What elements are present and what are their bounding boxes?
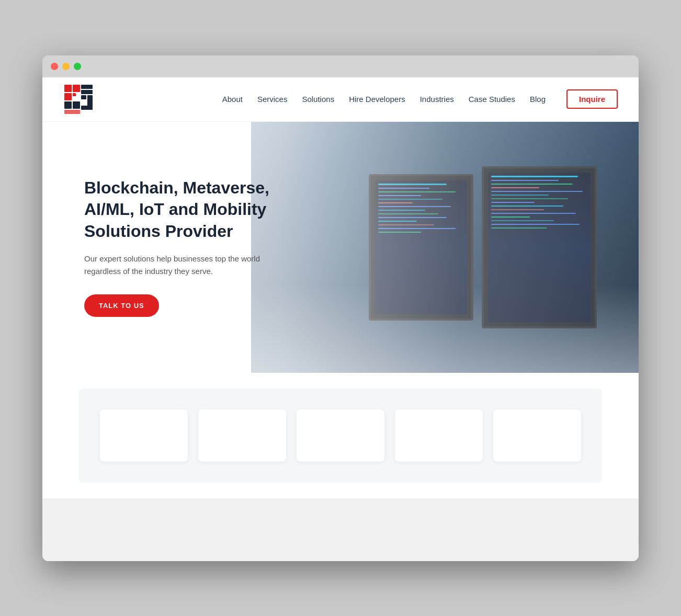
hero-content: Blockchain, Metaverse, AI/ML, IoT and Mo… (42, 146, 335, 349)
hero-subtext: Our expert solutions help businesses top… (84, 253, 283, 278)
svg-rect-2 (64, 93, 72, 100)
svg-rect-8 (81, 95, 86, 99)
talk-to-us-button[interactable]: TALK TO US (84, 294, 159, 317)
nav-link-blog[interactable]: Blog (530, 95, 546, 104)
maximize-button[interactable] (74, 63, 81, 70)
nav-link-solutions[interactable]: Solutions (302, 95, 334, 104)
svg-rect-6 (81, 85, 93, 89)
inquire-button[interactable]: Inquire (566, 89, 618, 109)
nav-link-industries[interactable]: Industries (420, 95, 454, 104)
svg-rect-3 (73, 93, 76, 96)
below-hero-section (42, 373, 639, 498)
browser-content: About Services Solutions Hire Developers… (42, 77, 639, 561)
nav-item-blog[interactable]: Blog (530, 95, 546, 104)
hero-section: Blockchain, Metaverse, AI/ML, IoT and Mo… (42, 122, 639, 373)
nav-link-services[interactable]: Services (257, 95, 288, 104)
nav-item-industries[interactable]: Industries (420, 95, 454, 104)
nav-link-case-studies[interactable]: Case Studies (469, 95, 515, 104)
nav-link-hire-developers[interactable]: Hire Developers (349, 95, 405, 104)
navbar: About Services Solutions Hire Developers… (42, 77, 639, 122)
card-item-2 (198, 409, 286, 462)
bottom-section (42, 498, 639, 561)
nav-item-about[interactable]: About (222, 95, 243, 104)
svg-rect-7 (81, 90, 93, 94)
svg-rect-0 (64, 85, 72, 92)
hero-heading: Blockchain, Metaverse, AI/ML, IoT and Mo… (84, 177, 293, 243)
nav-item-solutions[interactable]: Solutions (302, 95, 334, 104)
nav-item-services[interactable]: Services (257, 95, 288, 104)
card-item-5 (493, 409, 581, 462)
nav-links: About Services Solutions Hire Developers… (222, 89, 618, 109)
card-item-3 (297, 409, 384, 462)
svg-rect-11 (64, 110, 80, 114)
browser-window: About Services Solutions Hire Developers… (42, 55, 639, 561)
svg-rect-10 (87, 95, 93, 110)
svg-rect-4 (64, 101, 72, 109)
close-button[interactable] (51, 63, 58, 70)
minimize-button[interactable] (62, 63, 70, 70)
logo[interactable] (63, 84, 95, 115)
card-item-1 (100, 409, 188, 462)
svg-rect-1 (73, 85, 80, 92)
nav-item-case-studies[interactable]: Case Studies (469, 95, 515, 104)
cards-strip (79, 389, 602, 483)
nav-item-hire-developers[interactable]: Hire Developers (349, 95, 405, 104)
nav-link-about[interactable]: About (222, 95, 243, 104)
svg-rect-5 (73, 101, 80, 109)
card-item-4 (395, 409, 483, 462)
browser-toolbar (42, 55, 639, 77)
